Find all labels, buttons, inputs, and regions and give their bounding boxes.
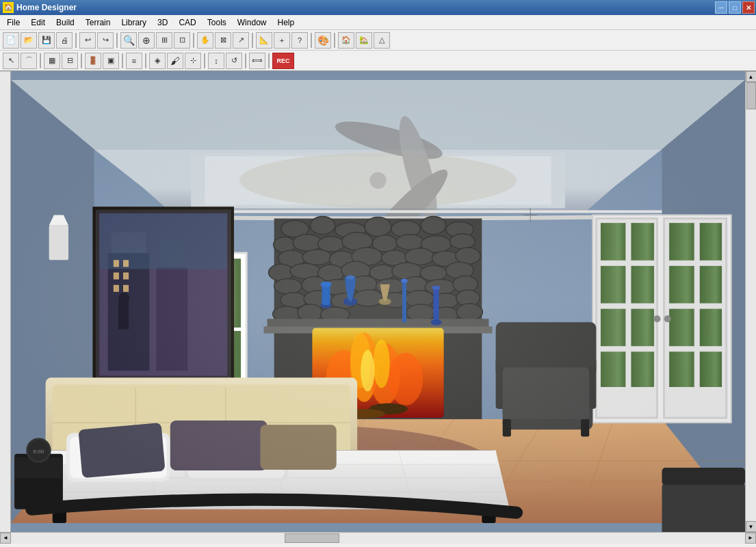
- toolbar1: 📄 📂 💾 🖨 ↩ ↪ 🔍 ⊕ ⊞ ⊡ ✋ ⊠ ↗ 📐 + ? 🎨 🏠 🏡 △: [0, 30, 756, 51]
- sep11: [204, 53, 205, 68]
- house-exterior-button[interactable]: 🏠: [338, 32, 354, 49]
- close-button[interactable]: ✕: [742, 1, 755, 14]
- arrow-button[interactable]: ↗: [233, 32, 249, 49]
- texture-tool[interactable]: ⊹: [185, 53, 201, 69]
- undo-button[interactable]: ↩: [79, 32, 96, 49]
- sep1: [75, 33, 77, 48]
- sep9: [122, 53, 123, 68]
- paint-tool[interactable]: 🖌: [167, 53, 183, 69]
- zoom-out-button[interactable]: 🔍: [120, 32, 137, 49]
- scroll-right-button[interactable]: ►: [745, 533, 756, 544]
- menu-file[interactable]: File: [1, 16, 25, 29]
- materials-button[interactable]: 🎨: [315, 32, 331, 49]
- room-scene: 6:00: [11, 71, 745, 532]
- select-all-button[interactable]: ⊠: [215, 32, 231, 49]
- window-tool[interactable]: ▣: [103, 53, 119, 69]
- app-title: Home Designer: [16, 3, 77, 12]
- zoom-in-button[interactable]: ⊕: [138, 32, 155, 49]
- scroll-left-button[interactable]: ◄: [0, 533, 11, 544]
- rotate-tool[interactable]: ↺: [226, 53, 242, 69]
- roof-button[interactable]: △: [374, 32, 390, 49]
- zoom-custom-button[interactable]: ⊡: [174, 32, 190, 49]
- move-tool[interactable]: ↕: [208, 53, 224, 69]
- mirror-tool[interactable]: ⟺: [249, 53, 265, 69]
- room-tool[interactable]: ⊟: [62, 53, 78, 69]
- minimize-button[interactable]: ─: [715, 1, 727, 14]
- window-controls: ─ □ ✕: [715, 1, 755, 14]
- menu-cad[interactable]: CAD: [173, 16, 201, 29]
- right-scrollbar[interactable]: ▲ ▼: [745, 71, 756, 532]
- maximize-button[interactable]: □: [729, 1, 741, 14]
- door-tool[interactable]: 🚪: [85, 53, 101, 69]
- arc-tool[interactable]: ⌒: [21, 53, 37, 69]
- menu-library[interactable]: Library: [116, 16, 152, 29]
- sep4: [252, 33, 253, 48]
- scroll-thumb[interactable]: [746, 82, 756, 109]
- help-button[interactable]: ?: [291, 32, 308, 49]
- add-button[interactable]: +: [274, 32, 290, 49]
- house-full-button[interactable]: 🏡: [356, 32, 372, 49]
- pan-button[interactable]: ✋: [197, 32, 213, 49]
- sep5: [311, 33, 312, 48]
- redo-button[interactable]: ↪: [97, 32, 114, 49]
- title-bar: 🏠 Home Designer ─ □ ✕: [0, 0, 756, 15]
- menu-tools[interactable]: Tools: [202, 16, 232, 29]
- open-button[interactable]: 📂: [21, 32, 37, 49]
- sep8: [81, 53, 82, 68]
- main-area: 6:00 ▲ ▼: [0, 71, 756, 532]
- svg-rect-0: [0, 71, 11, 532]
- sep7: [40, 53, 41, 68]
- svg-rect-203: [11, 80, 745, 523]
- scroll-up-button[interactable]: ▲: [746, 71, 757, 82]
- hscroll-track[interactable]: [11, 533, 745, 544]
- measure-button[interactable]: 📐: [256, 32, 272, 49]
- sep3: [193, 33, 194, 48]
- menu-build[interactable]: Build: [51, 16, 80, 29]
- rec-button[interactable]: REC: [272, 53, 294, 69]
- menu-window[interactable]: Window: [232, 16, 272, 29]
- stair-tool[interactable]: ≡: [126, 53, 142, 69]
- new-button[interactable]: 📄: [3, 32, 19, 49]
- select-tool[interactable]: ↖: [3, 53, 19, 69]
- left-ruler: [0, 71, 11, 532]
- wall-tool[interactable]: ▦: [44, 53, 60, 69]
- menu-edit[interactable]: Edit: [25, 16, 51, 29]
- menu-terrain[interactable]: Terrain: [80, 16, 116, 29]
- print-button[interactable]: 🖨: [56, 32, 73, 49]
- scroll-down-button[interactable]: ▼: [746, 521, 757, 532]
- sep2: [116, 33, 118, 48]
- save-button[interactable]: 💾: [38, 32, 55, 49]
- material-tool[interactable]: ◈: [149, 53, 166, 69]
- bottom-scrollbar[interactable]: ◄ ►: [0, 532, 756, 543]
- zoom-fit-button[interactable]: ⊞: [156, 32, 172, 49]
- scroll-track[interactable]: [746, 82, 757, 521]
- menu-bar: File Edit Build Terrain Library 3D CAD T…: [0, 15, 756, 30]
- menu-3d[interactable]: 3D: [152, 16, 173, 29]
- sep10: [145, 53, 146, 68]
- hscroll-thumb[interactable]: [285, 533, 339, 543]
- menu-help[interactable]: Help: [272, 16, 300, 29]
- sep13: [268, 53, 270, 68]
- canvas-area[interactable]: 6:00: [11, 71, 745, 532]
- sep6: [334, 33, 335, 48]
- app-icon: 🏠: [3, 2, 14, 13]
- status-bar: [0, 543, 756, 547]
- toolbar2: ↖ ⌒ ▦ ⊟ 🚪 ▣ ≡ ◈ 🖌 ⊹ ↕ ↺ ⟺ REC: [0, 51, 756, 71]
- sep12: [245, 53, 246, 68]
